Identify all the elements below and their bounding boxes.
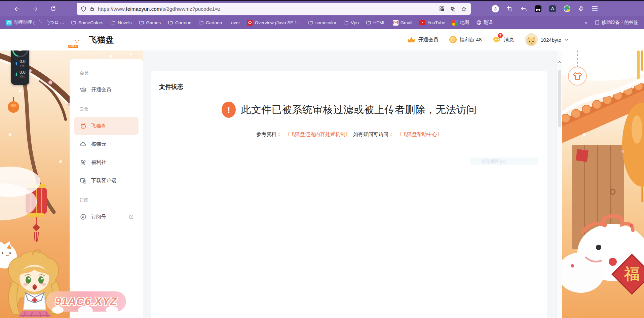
bookmark-folder-games[interactable]: Games xyxy=(139,20,161,25)
svg-text:文: 文 xyxy=(453,9,455,11)
adblock-extension-icon[interactable] xyxy=(535,5,541,12)
new-clothes-ornament[interactable] xyxy=(568,67,587,85)
username: 1024byte xyxy=(540,37,561,43)
maps-icon xyxy=(452,20,458,26)
bookmarks-overflow-button[interactable]: » xyxy=(585,20,588,26)
extensions-icon[interactable] xyxy=(578,6,584,12)
gold-tassel xyxy=(637,50,640,79)
cloud-decoration xyxy=(106,306,118,314)
sidebar: 会员 开通会员 云盘 飞猫盘 橘猫云 福利社 下载客户端 订阅 订阅号 xyxy=(70,59,143,318)
reference-row: 参考资料： 《飞猫盘违规内容处置机制》 如有疑问可访问： 《飞猫盘帮助中心》 xyxy=(151,131,547,138)
external-link-icon xyxy=(129,214,134,219)
translate-page-icon[interactable]: A文 xyxy=(450,6,456,12)
violation-policy-link[interactable]: 《飞猫盘违规内容处置机制》 xyxy=(285,131,350,138)
bookmark-folder-vpn[interactable]: Vpn xyxy=(343,20,359,25)
sidebar-item-label: 橘猫云 xyxy=(91,141,106,147)
url-prefix: https://www. xyxy=(98,6,126,12)
sidebar-item-label: 订阅号 xyxy=(91,214,106,220)
bookmark-label: Gmail xyxy=(401,20,412,25)
tracking-shield-icon[interactable] xyxy=(81,6,86,12)
folder-icon xyxy=(139,20,144,25)
watermark-banner[interactable]: 91AC6.XYZ xyxy=(46,291,126,312)
compass-icon xyxy=(80,213,87,220)
bookmark-overview-java[interactable]: Overview (Java SE 1... xyxy=(247,20,301,26)
open-vip-button[interactable]: 开通会员 xyxy=(407,36,438,43)
sidebar-item-download-client[interactable]: 下载客户端 xyxy=(74,171,139,189)
reference-label: 参考资料： xyxy=(256,131,281,138)
bookmark-label: HTML xyxy=(373,20,386,25)
translate-extension-icon[interactable]: A xyxy=(549,5,556,12)
bookmark-folder-novels[interactable]: Novels xyxy=(110,20,131,25)
bookmark-label: Vpn xyxy=(351,20,359,25)
site-logo[interactable]: 10周年 飞猫盘 xyxy=(69,32,114,47)
devices-icon xyxy=(80,177,87,184)
forward-icon[interactable] xyxy=(32,5,38,12)
youtube-icon xyxy=(419,20,425,25)
bookmark-label: Cartoon xyxy=(175,20,191,25)
up-arrow-icon xyxy=(15,62,18,66)
lock-icon[interactable] xyxy=(89,6,95,11)
bookmark-maps[interactable]: 地图 xyxy=(452,20,469,26)
upload-value: 0.0 xyxy=(20,60,25,64)
bookmark-folder-html[interactable]: HTML xyxy=(366,20,386,25)
points-button[interactable]: 福利点 48 xyxy=(449,36,482,43)
phone-icon xyxy=(595,20,600,25)
bookmark-folder-somecolors[interactable]: SomeColors xyxy=(71,20,103,25)
page-body: 会员 开通会员 云盘 飞猫盘 橘猫云 福利社 下载客户端 订阅 订阅号 xyxy=(0,50,644,318)
bookmark-folder-somecolor[interactable]: somecolor xyxy=(308,20,336,25)
bookmarks-bar: 哔哩哔哩 ( ゜- ゜)つロ ... SomeColors Novels Gam… xyxy=(0,16,644,29)
bookmark-youtube[interactable]: YouTube xyxy=(419,20,445,25)
messages-button[interactable]: 7 消息 xyxy=(493,36,514,43)
bookmark-label: 翻译 xyxy=(484,20,493,26)
bilibili-icon xyxy=(6,20,12,26)
user-menu[interactable]: 1024byte xyxy=(525,33,569,46)
bookmark-gmail[interactable]: Gmail xyxy=(393,20,412,26)
points-label: 福利点 48 xyxy=(459,37,482,43)
url-text[interactable]: https://www.feimaoyun.com/s/2gdhwwmz?puc… xyxy=(98,6,221,12)
url-bar[interactable]: https://www.feimaoyun.com/s/2gdhwwmz?puc… xyxy=(77,3,471,15)
qr-code-icon[interactable] xyxy=(439,6,445,11)
bookmark-translate[interactable]: 翻译 xyxy=(476,20,493,26)
warning-row: ! 此文件已被系统审核过滤或被上传者删除，无法访问 xyxy=(151,102,547,118)
vip-label: 开通会员 xyxy=(418,37,438,43)
help-question-label: 如有疑问可访问： xyxy=(353,131,393,138)
back-icon[interactable] xyxy=(13,5,20,12)
mobile-bookmarks[interactable]: 移动设备上的书签 xyxy=(595,20,638,26)
help-center-link[interactable]: 《飞猫盘帮助中心》 xyxy=(397,131,442,138)
crown-icon xyxy=(80,86,87,93)
bookmark-label: YouTube xyxy=(427,20,445,25)
upload-unit: K/s xyxy=(20,64,24,68)
content-scrollbar[interactable] xyxy=(557,50,562,318)
folder-icon xyxy=(110,20,116,25)
download-speed: 0.0K/s xyxy=(15,70,25,79)
scroll-up-icon[interactable] xyxy=(558,60,562,64)
bookmark-bilibili[interactable]: 哔哩哔哩 ( ゜- ゜)つロ ... xyxy=(6,20,64,26)
bookmark-folder-cartoon-over[interactable]: Cartoon——over xyxy=(198,20,240,25)
sidebar-item-feimaopan[interactable]: 飞猫盘 xyxy=(74,117,139,135)
sidebar-item-fulishe[interactable]: 福利社 xyxy=(74,153,139,171)
hamburger-menu-icon[interactable] xyxy=(592,6,598,11)
bookmark-label: SomeColors xyxy=(78,20,103,25)
bookmark-folder-cartoon[interactable]: Cartoon xyxy=(168,20,191,25)
sidebar-item-open-vip[interactable]: 开通会员 xyxy=(74,80,139,99)
reload-icon[interactable] xyxy=(50,5,56,12)
download-unit: K/s xyxy=(20,75,24,79)
scrollbar-thumb[interactable] xyxy=(558,70,561,127)
idm-extension-icon[interactable] xyxy=(564,5,570,12)
shirt-icon xyxy=(573,72,582,80)
folder-icon xyxy=(308,20,313,25)
bookmark-label: 移动设备上的书签 xyxy=(602,20,638,26)
gourd-lantern xyxy=(622,103,644,202)
undo-icon[interactable] xyxy=(521,6,527,12)
sidebar-item-jumaoyun[interactable]: 橘猫云 xyxy=(74,135,139,153)
sidebar-item-subscription[interactable]: 订阅号 xyxy=(74,208,139,226)
oracle-icon xyxy=(247,20,253,26)
sidebar-item-label: 福利社 xyxy=(91,159,106,166)
pinwheel-icon xyxy=(80,159,87,166)
site-title: 飞猫盘 xyxy=(89,34,114,45)
folder-icon xyxy=(168,20,173,25)
tab-counter-badge[interactable]: 3 xyxy=(492,5,499,12)
download-value: 0.0 xyxy=(20,70,25,75)
bookmark-star-icon[interactable] xyxy=(461,6,467,12)
screenshot-crop-icon[interactable] xyxy=(507,6,513,12)
